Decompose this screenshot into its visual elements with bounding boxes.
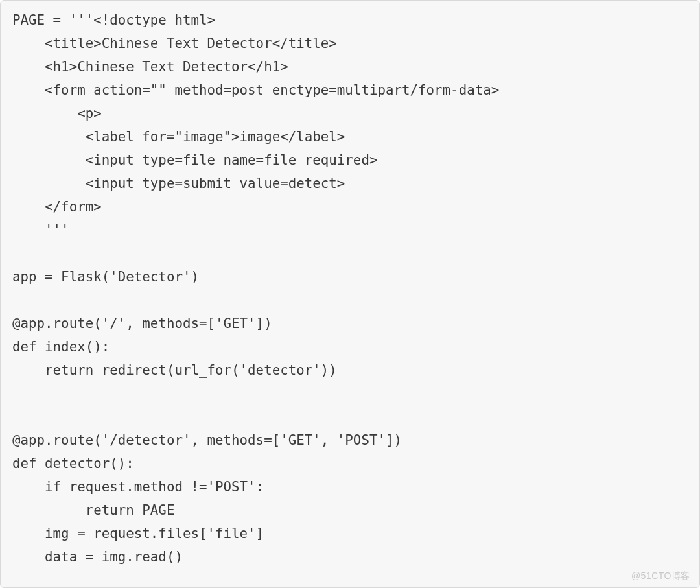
code-content: PAGE = '''<!doctype html> <title>Chinese…	[12, 8, 688, 569]
watermark-label: @51CTO博客	[631, 570, 690, 582]
code-block-frame: PAGE = '''<!doctype html> <title>Chinese…	[0, 0, 700, 588]
